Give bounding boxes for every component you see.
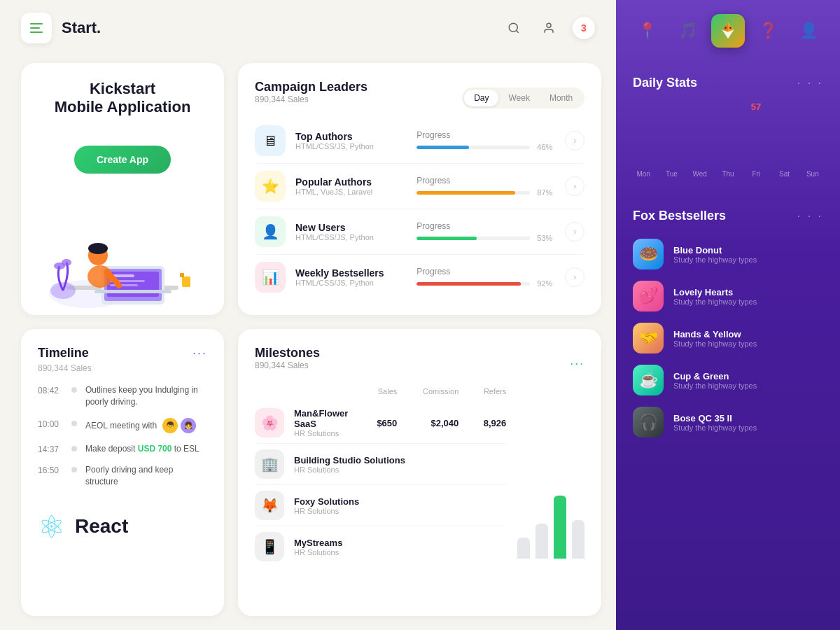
fox-bestsellers-header: Fox Bestsellers · · ·	[633, 209, 823, 223]
notification-badge[interactable]: 3	[573, 17, 595, 39]
popular-authors-chevron[interactable]: ›	[565, 176, 584, 196]
new-users-chevron[interactable]: ›	[565, 222, 584, 241]
bar-mon: Mon	[633, 166, 654, 178]
milestones-card: Milestones 890,344 Sales ··· Sales Comis…	[238, 329, 601, 616]
tab-day[interactable]: Day	[464, 90, 498, 106]
milestones-list: Sales Comission Refers 🌸 Man&Flower SaaS…	[255, 384, 506, 567]
app-icons-row: 📍 🎵 ❓ 👤	[616, 0, 840, 62]
bars-row: Mon Tue Wed Thu Fri	[633, 115, 823, 178]
svg-rect-19	[180, 273, 184, 277]
app-title: Start.	[62, 19, 101, 37]
svg-rect-18	[182, 276, 190, 287]
bestseller-blue-donut: 🍩 Blue Donut Study the highway types	[633, 233, 823, 275]
campaign-row-popular-authors: ⭐ Popular Authors HTML, VueJS, Laravel P…	[255, 164, 584, 209]
app-icon-fox-active[interactable]	[711, 14, 745, 48]
logo-icon	[21, 13, 52, 43]
bose-qc35-thumb: 🎧	[633, 407, 664, 438]
svg-rect-11	[94, 290, 172, 293]
weekly-bestsellers-progress: Progress 92%	[416, 267, 556, 288]
tab-week[interactable]: Week	[498, 90, 539, 106]
timeline-dot	[71, 387, 77, 393]
bestseller-bose-qc35: 🎧 Bose QC 35 II Study the highway types	[633, 401, 823, 443]
timeline-item-1650: 16:50 Poorly driving and keep structure	[38, 464, 207, 488]
svg-point-17	[62, 259, 71, 266]
top-authors-info: Top Authors HTML/CSS/JS, Python	[295, 131, 416, 150]
kickstart-card: Kickstart Mobile Application Create App	[21, 63, 224, 315]
timeline-menu[interactable]: ···	[192, 346, 207, 360]
svg-rect-10	[110, 284, 138, 286]
new-users-icon: 👤	[255, 216, 286, 247]
top-authors-icon: 🖥	[255, 125, 286, 156]
kickstart-title: Kickstart Mobile Application	[55, 80, 191, 116]
milestones-menu[interactable]: ···	[570, 356, 584, 371]
top-authors-chevron[interactable]: ›	[565, 131, 584, 150]
campaign-tabs: Day Week Month	[462, 88, 584, 108]
bar-wed: Wed	[690, 166, 710, 178]
timeline-item-1000: 10:00 AEOL meeting with 👦 👧	[38, 418, 207, 433]
bestseller-cup-green: ☕ Cup & Green Study the highway types	[633, 359, 823, 401]
campaign-title: Campaign Leaders	[255, 80, 368, 94]
milestones-header: Milestones 890,344 Sales ···	[255, 346, 584, 382]
create-app-button[interactable]: Create App	[74, 146, 171, 174]
campaign-subtitle: 890,344 Sales	[255, 94, 368, 104]
react-icon: ⚛	[38, 509, 65, 545]
bar-sun: Sun	[802, 166, 823, 178]
chart-area: 57 Mon Tue Wed Thu	[633, 102, 823, 195]
tab-month[interactable]: Month	[540, 90, 582, 106]
bestseller-hands-yellow: 🤝 Hands & Yellow Study the highway types	[633, 317, 823, 359]
react-label: React	[75, 515, 128, 538]
svg-point-0	[509, 23, 517, 31]
timeline-header: Timeline ···	[38, 346, 207, 360]
app-icon-user[interactable]: 👤	[792, 14, 825, 48]
milestone-row-man-flower: 🌸 Man&Flower SaaS HR Solutions $650 $2,0…	[255, 402, 506, 444]
fox-title: Fox Bestsellers	[633, 209, 726, 223]
ms-icon-mystreams: 📱	[255, 532, 284, 561]
user-icon[interactable]	[538, 17, 560, 39]
weekly-bestsellers-icon: 📊	[255, 262, 286, 293]
ms-bar-3	[554, 496, 566, 559]
app-icon-help[interactable]: ❓	[752, 14, 785, 48]
milestone-row-building-studio: 🏢 Building Studio Solutions HR Solutions	[255, 444, 506, 485]
app-icon-location[interactable]: 📍	[631, 14, 664, 48]
app-icon-music[interactable]: 🎵	[671, 14, 704, 48]
timeline-dot	[71, 467, 77, 472]
avatar-2: 👧	[181, 418, 196, 433]
timeline-dot	[71, 421, 77, 426]
timeline-item-1437: 14:37 Make deposit USD 700 to ESL	[38, 443, 207, 455]
search-icon[interactable]	[503, 17, 525, 39]
svg-point-24	[729, 27, 732, 29]
daily-stats-menu[interactable]: · · ·	[797, 77, 823, 90]
weekly-bestsellers-info: Weekly Bestsellers HTML/CSS/JS, Python	[295, 267, 416, 287]
campaign-leaders-card: Campaign Leaders 890,344 Sales Day Week …	[238, 63, 601, 315]
timeline-item-0842: 08:42 Outlines keep you Indulging in poo…	[38, 384, 207, 408]
cup-green-thumb: ☕	[633, 365, 664, 396]
timeline-dot	[71, 446, 77, 451]
svg-point-13	[88, 243, 108, 254]
weekly-bestsellers-chevron[interactable]: ›	[565, 267, 584, 287]
blue-donut-thumb: 🍩	[633, 239, 664, 270]
daily-stats-section: Daily Stats · · · 57 Mon Tue Wed	[616, 62, 840, 202]
daily-stats-title: Daily Stats	[633, 76, 697, 90]
milestones-chart	[506, 496, 584, 567]
header-right: 3	[503, 17, 595, 39]
ms-icon-foxy: 🦊	[255, 491, 284, 520]
milestone-row-mystreams: 📱 MyStreams HR Solutions	[255, 526, 506, 567]
timeline-title: Timeline	[38, 346, 89, 360]
timeline-card: Timeline ··· 890,344 Sales 08:42 Outline…	[21, 329, 224, 616]
react-logo-area: ⚛ React	[38, 499, 207, 547]
campaign-card-header: Campaign Leaders 890,344 Sales Day Week …	[255, 80, 584, 115]
milestones-subtitle: 890,344 Sales	[255, 360, 320, 370]
right-panel: 📍 🎵 ❓ 👤 Daily Stats · · ·	[616, 0, 840, 630]
milestone-row-foxy: 🦊 Foxy Solutions HR Solutions	[255, 485, 506, 526]
bar-sat: Sat	[774, 166, 794, 178]
fox-menu[interactable]: · · ·	[797, 210, 823, 223]
top-authors-progress: Progress 46%	[416, 130, 556, 151]
avatar-1: 👦	[162, 418, 178, 433]
popular-authors-icon: ⭐	[255, 171, 286, 202]
ms-bar-2	[536, 524, 548, 559]
header-left: Start.	[21, 13, 101, 43]
chart-peak-value: 57	[689, 102, 823, 112]
fox-bestsellers-section: Fox Bestsellers · · · 🍩 Blue Donut Study…	[616, 202, 840, 450]
campaign-row-top-authors: 🖥 Top Authors HTML/CSS/JS, Python Progre…	[255, 118, 584, 164]
daily-stats-header: Daily Stats · · ·	[633, 76, 823, 90]
